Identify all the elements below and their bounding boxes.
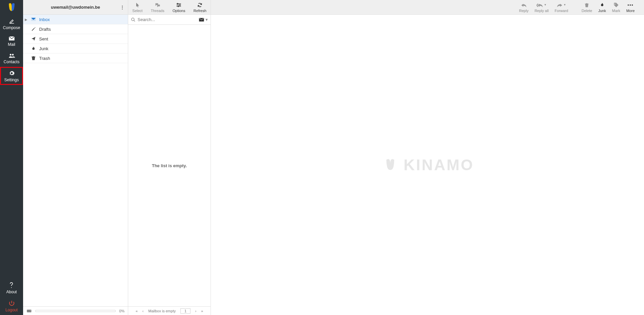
quota-pct: 0% <box>119 309 125 313</box>
folder-menu-button[interactable]: ⋮ <box>120 5 125 10</box>
folder-trash[interactable]: Trash <box>23 54 128 63</box>
junk-button[interactable]: Junk <box>595 2 609 13</box>
forward-button[interactable]: ▼Forward <box>552 2 571 13</box>
nav-label: Compose <box>3 25 20 30</box>
quota-bar <box>35 310 116 312</box>
message-body: KINAMO <box>211 15 644 315</box>
folder-sent[interactable]: Sent <box>23 34 128 44</box>
next-page-button[interactable]: › <box>195 309 196 313</box>
svg-point-1 <box>10 54 11 56</box>
fire-icon <box>600 2 605 8</box>
more-button[interactable]: More <box>624 2 637 13</box>
app-sidebar: Compose Mail Contacts Settings About Log… <box>0 0 23 315</box>
nav-label: Settings <box>4 78 19 82</box>
svg-point-5 <box>177 3 178 4</box>
gear-icon <box>9 70 15 76</box>
refresh-button[interactable]: Refresh <box>191 2 209 13</box>
folder-label: Trash <box>39 56 50 61</box>
trash-icon <box>584 2 589 8</box>
logout-button[interactable]: Logout <box>0 297 23 315</box>
paper-plane-icon <box>30 36 36 41</box>
refresh-icon <box>197 2 203 8</box>
svg-point-11 <box>630 4 631 6</box>
svg-point-6 <box>179 4 180 5</box>
svg-point-8 <box>132 18 134 20</box>
search-icon <box>131 17 136 22</box>
folder-pane: uwemail@uwdomein.be ⋮ ▶ Inbox Drafts Sen… <box>23 0 128 315</box>
pencil-icon <box>30 27 36 31</box>
mail-icon <box>9 36 15 41</box>
contacts-button[interactable]: Contacts <box>0 49 23 67</box>
threads-button[interactable]: Threads <box>149 2 166 13</box>
svg-point-12 <box>632 4 633 6</box>
folder-drafts[interactable]: Drafts <box>23 24 128 34</box>
account-email: uwemail@uwdomein.be <box>51 5 100 10</box>
inbox-icon <box>30 17 36 21</box>
replyall-icon: ▼ <box>537 2 547 8</box>
disk-icon <box>26 309 32 313</box>
contacts-icon <box>8 53 15 58</box>
envelope-icon[interactable] <box>199 18 204 22</box>
page-number[interactable]: 1 <box>180 308 190 314</box>
nav-label: Logout <box>5 308 18 312</box>
trash-icon <box>30 56 36 61</box>
select-button[interactable]: Select <box>130 2 145 13</box>
fire-icon <box>30 46 36 51</box>
folder-inbox[interactable]: ▶ Inbox <box>23 15 128 24</box>
search-bar: ▾ <box>128 15 211 25</box>
last-page-button[interactable]: » <box>201 309 203 313</box>
search-input[interactable] <box>138 17 199 22</box>
about-button[interactable]: About <box>0 279 23 297</box>
folder-list: ▶ Inbox Drafts Sent Junk Trash <box>23 15 128 306</box>
delete-button[interactable]: Delete <box>579 2 595 13</box>
reply-icon <box>521 2 527 8</box>
list-empty-message: The list is empty. <box>128 25 211 306</box>
quota-footer: 0% <box>23 306 128 315</box>
help-icon <box>9 282 14 288</box>
mark-button[interactable]: Mark <box>609 2 623 13</box>
list-toolbar: Select Threads Options Refresh <box>128 0 211 15</box>
brand-watermark: KINAMO <box>381 156 474 174</box>
nav-label: Contacts <box>4 60 19 64</box>
svg-point-10 <box>628 4 629 6</box>
forward-icon: ▼ <box>557 2 566 8</box>
threads-icon <box>155 2 160 8</box>
chevron-right-icon: ▶ <box>25 18 27 21</box>
folder-label: Drafts <box>39 27 51 32</box>
prev-page-button[interactable]: ‹ <box>142 309 144 313</box>
app-logo <box>0 0 23 15</box>
svg-point-7 <box>178 6 179 7</box>
more-icon <box>627 2 633 8</box>
options-button[interactable]: Options <box>171 2 187 13</box>
svg-rect-4 <box>30 310 30 311</box>
nav-label: About <box>6 290 17 294</box>
first-page-button[interactable]: « <box>136 309 138 313</box>
list-pane: Select Threads Options Refresh ▾ The lis… <box>128 0 211 315</box>
tag-icon <box>614 2 619 8</box>
replyall-button[interactable]: ▼Reply all <box>532 2 551 13</box>
nav-label: Mail <box>8 42 15 47</box>
folder-header: uwemail@uwdomein.be ⋮ <box>23 0 128 15</box>
mail-button[interactable]: Mail <box>0 33 23 49</box>
compose-button[interactable]: Compose <box>0 15 23 33</box>
folder-label: Junk <box>39 46 48 51</box>
svg-point-2 <box>12 54 13 56</box>
list-footer: « ‹ Mailbox is empty 1 › » <box>128 306 211 315</box>
message-toolbar: Reply ▼Reply all ▼Forward Delete Junk Ma… <box>211 0 644 15</box>
message-pane: Reply ▼Reply all ▼Forward Delete Junk Ma… <box>211 0 644 315</box>
folder-junk[interactable]: Junk <box>23 44 128 54</box>
list-status: Mailbox is empty <box>148 309 176 313</box>
chevron-down-icon[interactable]: ▾ <box>206 17 208 22</box>
power-icon <box>9 300 15 306</box>
folder-label: Inbox <box>39 17 50 22</box>
reply-button[interactable]: Reply <box>516 2 531 13</box>
settings-button[interactable]: Settings <box>0 67 23 85</box>
cursor-icon <box>135 2 140 8</box>
sliders-icon <box>176 2 181 8</box>
folder-label: Sent <box>39 36 48 41</box>
compose-icon <box>9 18 15 24</box>
